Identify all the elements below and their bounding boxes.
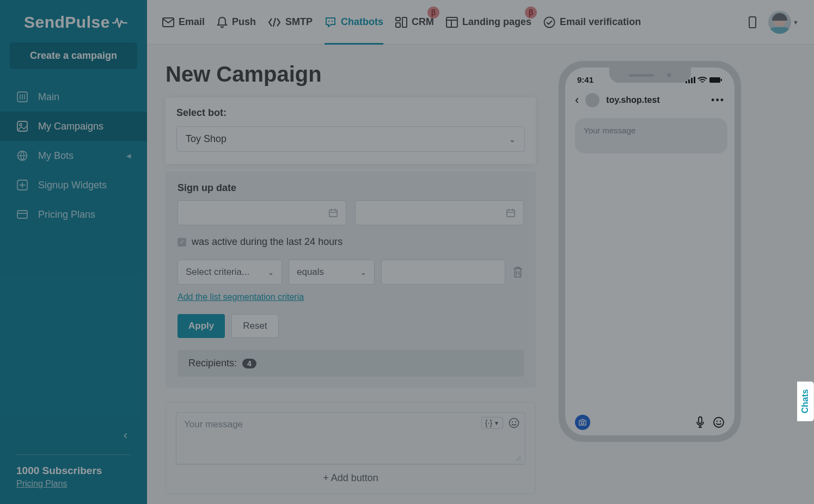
account-menu[interactable]: ▼ bbox=[768, 11, 799, 34]
criteria-field-select[interactable]: Select criteria... ⌄ bbox=[178, 260, 282, 285]
resize-handle-icon[interactable] bbox=[515, 455, 522, 462]
phone-bot-name: toy.shop.test bbox=[606, 95, 659, 105]
mobile-icon[interactable] bbox=[749, 16, 756, 28]
sliders-icon bbox=[16, 91, 28, 103]
plus-square-icon bbox=[16, 179, 28, 191]
nav-push[interactable]: Push bbox=[217, 0, 256, 45]
svg-point-28 bbox=[717, 421, 718, 422]
message-panel: Your message {·} ▼ + Add button bbox=[166, 402, 536, 494]
svg-rect-20 bbox=[688, 79, 690, 83]
sidebar-item-label: Main bbox=[38, 91, 59, 103]
collapse-sidebar-button[interactable]: ‹ bbox=[16, 428, 131, 454]
chats-side-tab[interactable]: Chats bbox=[797, 381, 814, 421]
chevron-down-icon: ⌄ bbox=[268, 268, 274, 276]
subscribers-count: 1000 Subscribers bbox=[16, 465, 131, 477]
calendar-icon bbox=[506, 208, 516, 218]
sidebar-item-label: My Campaigns bbox=[38, 121, 103, 132]
signup-date-label: Sign up date bbox=[178, 182, 524, 194]
card-icon bbox=[16, 208, 28, 220]
phone-more-button[interactable]: ••• bbox=[711, 95, 725, 106]
date-from-input[interactable] bbox=[178, 200, 346, 225]
phone-header: ‹ toy.shop.test ••• bbox=[565, 84, 735, 113]
image-icon bbox=[16, 120, 28, 132]
bot-select[interactable]: Toy Shop ⌄ bbox=[176, 126, 525, 152]
add-button-row[interactable]: + Add button bbox=[176, 464, 525, 484]
svg-rect-9 bbox=[396, 17, 400, 21]
phone-preview-column: 9:41 ‹ toy.shop.test ••• bbox=[552, 58, 754, 504]
svg-point-18 bbox=[515, 421, 516, 422]
beta-badge: β bbox=[427, 7, 439, 19]
globe-icon bbox=[16, 150, 28, 162]
date-to-input[interactable] bbox=[355, 200, 524, 225]
emoji-icon[interactable] bbox=[713, 416, 725, 428]
main: Email Push SMTP Chatbots CRM β Landing p… bbox=[147, 0, 814, 504]
sidebar-item-pricing-plans[interactable]: Pricing Plans bbox=[0, 200, 147, 229]
chevron-down-icon: ⌄ bbox=[509, 135, 516, 144]
message-bubble: Your message bbox=[575, 118, 727, 153]
svg-rect-24 bbox=[721, 79, 722, 81]
message-textarea[interactable]: Your message {·} ▼ bbox=[176, 412, 525, 464]
active-24h-checkbox[interactable]: ✓ was active during the last 24 hours bbox=[178, 236, 524, 248]
page-title: New Campaign bbox=[166, 62, 536, 87]
sidebar-item-main[interactable]: Main bbox=[0, 82, 147, 112]
add-criteria-link[interactable]: Add the list segmentation criteria bbox=[178, 292, 304, 302]
nav-chatbots[interactable]: Chatbots bbox=[325, 0, 383, 45]
pulse-icon bbox=[112, 16, 127, 28]
select-bot-panel: Select bot: Toy Shop ⌄ bbox=[166, 97, 536, 164]
apply-button[interactable]: Apply bbox=[178, 314, 225, 338]
checkbox-icon: ✓ bbox=[178, 238, 186, 247]
variables-button[interactable]: {·} ▼ bbox=[481, 417, 503, 429]
svg-rect-15 bbox=[507, 210, 515, 217]
nav-landing-pages[interactable]: Landing pages β bbox=[446, 0, 531, 45]
svg-rect-14 bbox=[329, 210, 337, 217]
create-campaign-button[interactable]: Create a campaign bbox=[10, 42, 137, 69]
sidebar-item-my-campaigns[interactable]: My Campaigns bbox=[0, 112, 147, 141]
svg-rect-5 bbox=[17, 211, 27, 218]
svg-point-8 bbox=[332, 20, 333, 22]
nav-smtp[interactable]: SMTP bbox=[268, 0, 313, 45]
kanban-icon bbox=[395, 17, 407, 28]
chevron-down-icon: ⌄ bbox=[360, 268, 366, 276]
calendar-icon bbox=[328, 208, 338, 218]
criteria-operator-select[interactable]: equals ⌄ bbox=[289, 260, 375, 285]
sidebar-item-my-bots[interactable]: My Bots ◀ bbox=[0, 141, 147, 170]
svg-point-7 bbox=[328, 20, 330, 22]
svg-rect-21 bbox=[691, 78, 693, 83]
sidebar-item-label: My Bots bbox=[38, 150, 74, 162]
svg-rect-26 bbox=[699, 417, 702, 423]
check-circle-icon bbox=[543, 16, 555, 28]
brand-logo: SendPulse bbox=[0, 8, 147, 42]
nav-email-verification[interactable]: Email verification bbox=[543, 0, 641, 45]
sidebar-item-signup-widgets[interactable]: Signup Widgets bbox=[0, 170, 147, 200]
pricing-plans-link[interactable]: Pricing Plans bbox=[16, 479, 67, 488]
svg-point-29 bbox=[720, 421, 721, 422]
svg-rect-10 bbox=[396, 23, 400, 27]
layout-icon bbox=[446, 17, 458, 28]
avatar bbox=[768, 11, 791, 34]
trash-icon[interactable] bbox=[512, 266, 524, 279]
emoji-icon[interactable] bbox=[509, 417, 519, 428]
sidebar-item-label: Pricing Plans bbox=[38, 209, 95, 220]
svg-rect-22 bbox=[694, 77, 695, 83]
svg-point-27 bbox=[714, 417, 724, 427]
criteria-value-input[interactable] bbox=[381, 260, 505, 285]
nav-email[interactable]: Email bbox=[162, 0, 205, 45]
phone-back-button[interactable]: ‹ bbox=[575, 93, 579, 107]
phone-notch bbox=[609, 67, 691, 83]
battery-icon bbox=[709, 77, 723, 83]
caret-down-icon: ▼ bbox=[793, 19, 799, 26]
phone-avatar bbox=[585, 93, 599, 107]
bell-icon bbox=[217, 16, 228, 28]
camera-button[interactable] bbox=[575, 415, 590, 430]
chat-icon bbox=[325, 16, 336, 28]
filters-panel: Sign up date ✓ was active during the las… bbox=[166, 171, 536, 388]
caret-left-icon: ◀ bbox=[126, 152, 131, 159]
microphone-icon[interactable] bbox=[695, 416, 705, 428]
nav-crm[interactable]: CRM β bbox=[395, 0, 434, 45]
reset-button[interactable]: Reset bbox=[231, 314, 278, 338]
wifi-icon bbox=[697, 77, 707, 83]
svg-rect-23 bbox=[709, 77, 720, 83]
recipients-count-badge: 4 bbox=[242, 359, 256, 368]
svg-point-13 bbox=[544, 17, 555, 27]
select-bot-label: Select bot: bbox=[176, 107, 525, 119]
